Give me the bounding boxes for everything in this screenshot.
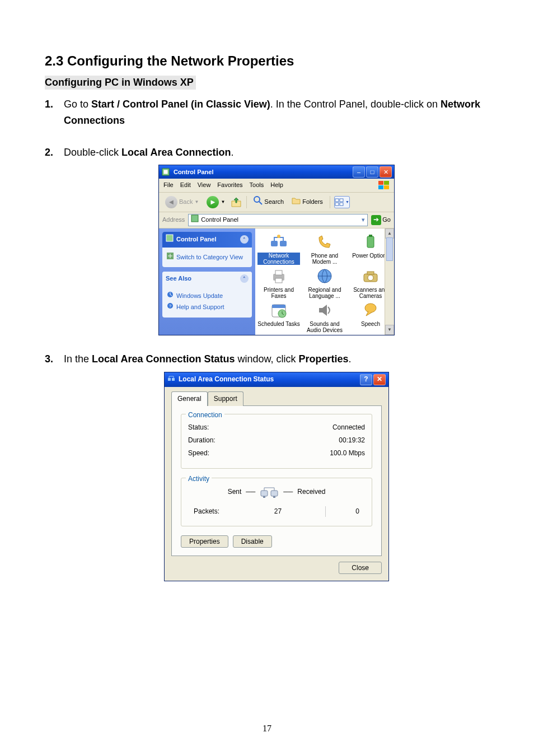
svg-rect-29	[367, 272, 374, 274]
svg-point-28	[368, 275, 373, 281]
svg-rect-37	[271, 491, 278, 496]
svg-point-6	[254, 197, 260, 202]
step-1: 1. Go to Start / Control Panel (in Class…	[45, 96, 489, 129]
svg-rect-13	[166, 235, 173, 241]
windows-flag-icon	[378, 181, 390, 190]
status-label: Status:	[188, 422, 209, 433]
search-icon	[254, 196, 263, 208]
activity-dash: ──	[283, 487, 293, 497]
minimize-button[interactable]: –	[353, 166, 365, 178]
control-panel-badge-icon	[166, 234, 174, 245]
svg-rect-19	[280, 241, 287, 246]
back-button[interactable]: ◄ Back ▼	[162, 195, 202, 209]
svg-rect-11	[340, 203, 343, 206]
maximize-button[interactable]: □	[366, 166, 378, 178]
cp-item-sounds-audio[interactable]: Sounds and Audio Devices	[303, 301, 346, 333]
cp-item-scheduled-tasks[interactable]: Scheduled Tasks	[257, 301, 300, 333]
step-number: 1.	[45, 96, 64, 129]
go-button[interactable]: ➔ Go	[371, 215, 391, 225]
help-icon: ?	[167, 302, 174, 312]
svg-rect-21	[367, 236, 374, 248]
tab-strip: General Support	[171, 391, 382, 406]
speech-icon	[362, 301, 380, 319]
svg-rect-12	[191, 215, 198, 222]
back-arrow-icon: ◄	[165, 196, 177, 208]
tab-support[interactable]: Support	[208, 391, 243, 406]
svg-rect-4	[378, 185, 383, 189]
help-button[interactable]: ?	[360, 374, 372, 385]
cp-item-phone-modem[interactable]: Phone and Modem ...	[303, 233, 346, 265]
forward-button[interactable]: ► ▼	[204, 195, 228, 209]
tab-general[interactable]: General	[171, 391, 208, 406]
address-field[interactable]: Control Panel ▾	[188, 214, 368, 226]
svg-rect-10	[335, 203, 339, 206]
svg-rect-5	[384, 185, 389, 189]
properties-button[interactable]: Properties	[181, 535, 228, 548]
phone-modem-icon	[316, 233, 334, 251]
control-panel-small-icon	[191, 214, 199, 226]
cp-item-printers-faxes[interactable]: Printers and Faxes	[257, 267, 300, 299]
network-connections-icon	[270, 233, 288, 251]
scroll-thumb[interactable]	[386, 237, 393, 261]
close-button[interactable]: ✕	[380, 166, 392, 178]
svg-point-33	[365, 304, 376, 312]
activity-legend: Activity	[186, 474, 212, 484]
menu-tools[interactable]: Tools	[250, 180, 264, 190]
sent-label: Sent	[228, 487, 242, 497]
duration-value: 00:19:32	[339, 435, 365, 446]
go-arrow-icon: ➔	[371, 215, 381, 225]
collapse-icon[interactable]: ˄	[240, 274, 249, 283]
connection-legend: Connection	[186, 410, 224, 421]
packets-recv-value: 0	[337, 506, 359, 517]
svg-rect-3	[384, 181, 389, 185]
printers-icon	[270, 267, 288, 285]
packets-sent-value: 27	[231, 506, 326, 517]
chevron-down-icon[interactable]: ▾	[362, 215, 365, 225]
step-number: 3.	[45, 351, 64, 581]
activity-computers-icon	[260, 484, 279, 501]
dialog-titlebar[interactable]: Local Area Connection Status ? ✕	[165, 372, 388, 387]
svg-rect-2	[378, 181, 383, 185]
control-panel-icon	[161, 167, 170, 176]
close-dialog-button[interactable]: Close	[339, 562, 382, 574]
activity-dash: ──	[246, 487, 255, 497]
menu-favorites[interactable]: Favorites	[217, 180, 242, 190]
disable-button[interactable]: Disable	[233, 535, 272, 548]
svg-point-20	[277, 235, 280, 238]
menu-bar: File Edit View Favorites Tools Help	[159, 179, 394, 193]
svg-rect-34	[168, 378, 171, 381]
tab-pane-general: Connection Status: Connected Duration: 0…	[171, 405, 382, 556]
chevron-down-icon: ▼	[194, 199, 199, 206]
close-button[interactable]: ✕	[373, 374, 386, 385]
cp-item-regional-language[interactable]: Regional and Language ...	[303, 267, 346, 299]
scroll-down-icon[interactable]: ▼	[385, 325, 394, 335]
address-bar: Address Control Panel ▾ ➔ Go	[159, 212, 394, 228]
collapse-icon[interactable]: ˄	[240, 235, 249, 244]
icon-area: Network Connections Phone and Modem ...	[255, 228, 394, 335]
menu-view[interactable]: View	[198, 180, 211, 190]
windows-update-link[interactable]: Windows Update	[167, 291, 247, 301]
menu-edit[interactable]: Edit	[180, 180, 191, 190]
up-button[interactable]	[230, 196, 242, 208]
network-status-icon	[167, 374, 175, 385]
folders-icon	[292, 196, 301, 208]
received-label: Received	[297, 487, 325, 497]
menu-file[interactable]: File	[163, 180, 174, 190]
search-button[interactable]: Search	[251, 195, 287, 209]
help-support-link[interactable]: ? Help and Support	[167, 302, 247, 312]
cp-item-network-connections[interactable]: Network Connections	[257, 233, 300, 265]
switch-view-icon	[167, 253, 174, 263]
connection-group: Connection Status: Connected Duration: 0…	[181, 414, 372, 469]
folders-button[interactable]: Folders	[289, 195, 326, 209]
lan-status-dialog: Local Area Connection Status ? ✕ General…	[164, 372, 389, 581]
views-button[interactable]: ▼	[334, 196, 350, 208]
svg-rect-36	[261, 491, 268, 496]
menu-help[interactable]: Help	[270, 180, 283, 190]
svg-rect-31	[272, 305, 285, 308]
section-title: 2.3 Configuring the Network Properties	[45, 53, 489, 69]
step-number: 2.	[45, 144, 64, 335]
scrollbar[interactable]: ▲ ▼	[385, 228, 394, 335]
titlebar[interactable]: Control Panel – □ ✕	[159, 165, 394, 179]
svg-rect-8	[335, 199, 339, 202]
switch-category-view-link[interactable]: Switch to Category View	[167, 253, 247, 263]
